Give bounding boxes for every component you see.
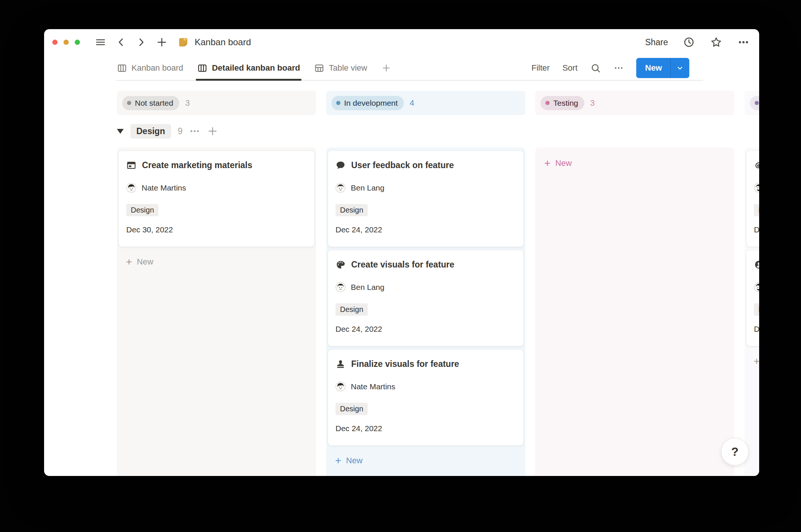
card-title: User feedback on feature [351, 160, 454, 170]
add-card-label: New [346, 456, 362, 466]
view-tabbar: Kanban board Detailed kanban board Table… [44, 55, 759, 81]
ben-lang-avatar [335, 282, 346, 292]
tab-label: Detailed kanban board [212, 63, 300, 73]
plus-icon: + [335, 455, 341, 466]
assignee-name: Nate Martins [351, 382, 395, 391]
board-column-in-development: In development 4 User feedback on featur… [326, 91, 525, 476]
ben-lang-avatar [335, 183, 346, 193]
board-view-icon [197, 63, 207, 73]
share-button[interactable]: Share [645, 37, 668, 47]
kanban-card[interactable]: Finalize visuals for feature Nate Martin… [328, 349, 524, 446]
status-dot [127, 101, 131, 105]
hamburger-menu-icon[interactable] [95, 37, 106, 48]
kanban-card[interactable]: Create visuals for feature Ben Lang Desi… [328, 250, 524, 346]
column-body: User feedback on feature Ben Lang Design… [326, 148, 525, 476]
kanban-page-icon [177, 36, 189, 49]
status-pill: Not started [122, 96, 179, 110]
column-body: + New [535, 148, 734, 476]
card-date: Dec 24, 2022 [335, 424, 516, 433]
stamp-icon [335, 359, 346, 369]
forward-icon[interactable] [136, 37, 146, 47]
new-page-plus-icon[interactable] [156, 37, 167, 48]
new-button-group: New [636, 58, 689, 78]
zoom-window-button[interactable] [75, 40, 80, 45]
tag-design: Design [754, 303, 759, 316]
card-date: Dec 24, 2022 [335, 225, 516, 234]
new-dropdown-button[interactable] [670, 58, 689, 78]
card-title: Create marketing materials [142, 160, 252, 170]
close-window-button[interactable] [52, 40, 58, 45]
new-button[interactable]: New [636, 58, 670, 78]
minimize-window-button[interactable] [64, 40, 69, 45]
kanban-card[interactable]: Design D [746, 151, 759, 247]
history-clock-icon[interactable] [683, 36, 695, 48]
add-card-button[interactable]: + New [746, 356, 759, 366]
page-title: Kanban board [195, 37, 251, 47]
view-controls: Filter Sort New [532, 58, 690, 78]
bearded-man-avatar [754, 183, 759, 193]
board-column-not-started: Not started 3 Create marketing materials [117, 91, 316, 476]
card-date: D [754, 225, 759, 234]
status-label: Not started [135, 99, 173, 108]
bearded-man-avatar [754, 282, 759, 292]
column-header[interactable]: Not started 3 [117, 91, 316, 115]
plus-icon: + [754, 356, 759, 366]
add-card-button[interactable]: + New [118, 257, 315, 267]
help-button[interactable]: ? [721, 438, 749, 466]
kanban-card[interactable]: Create marketing materials Nate Martins … [118, 151, 315, 247]
kanban-card[interactable]: User feedback on feature Ben Lang Design… [328, 151, 524, 247]
board-view-icon [117, 63, 127, 73]
status-pill: In development [331, 96, 404, 110]
tab-label: Table view [329, 63, 367, 73]
status-label: In development [344, 99, 398, 108]
add-card-label: New [137, 257, 153, 267]
column-header[interactable]: In development 4 [326, 91, 525, 115]
swirl-icon [754, 160, 759, 170]
sort-button[interactable]: Sort [562, 63, 577, 73]
tab-kanban-board[interactable]: Kanban board [117, 55, 183, 81]
add-view-button[interactable] [381, 55, 391, 81]
card-date: Dec 30, 2022 [126, 225, 307, 234]
status-pill: Testing [541, 96, 584, 110]
column-count: 4 [410, 98, 414, 108]
person-circle-icon [754, 260, 759, 270]
more-options-icon[interactable] [737, 36, 749, 48]
board-column-testing: Testing 3 + New [535, 91, 734, 476]
nate-martins-avatar [126, 183, 136, 193]
tab-table-view[interactable]: Table view [314, 55, 367, 81]
back-icon[interactable] [116, 37, 126, 47]
tag-design: Design [754, 204, 759, 216]
column-body: Design D [745, 148, 759, 476]
screenshot-stage: Kanban board Share Kan [0, 0, 801, 532]
titlebar-actions: Share [645, 36, 749, 49]
filter-button[interactable]: Filter [532, 63, 550, 73]
assignee-name: Ben Lang [351, 183, 384, 192]
status-dot [755, 101, 759, 105]
kanban-card[interactable]: Design D [746, 250, 759, 346]
status-dot [545, 101, 550, 105]
view-more-options-icon[interactable] [614, 63, 624, 73]
favorite-star-icon[interactable] [710, 36, 723, 49]
column-header[interactable]: Testing 3 [535, 91, 734, 115]
tag-design: Design [126, 204, 158, 216]
status-dot [336, 101, 340, 105]
card-title: Create visuals for feature [351, 260, 454, 270]
table-view-icon [314, 63, 324, 73]
board-column-clipped: Design D [745, 91, 759, 476]
tag-design: Design [335, 303, 368, 316]
nate-martins-avatar [335, 381, 346, 392]
add-card-button[interactable]: + New [537, 158, 733, 168]
notion-window: Kanban board Share Kan [44, 29, 759, 476]
add-card-button[interactable]: + New [328, 455, 524, 466]
column-body: Create marketing materials Nate Martins … [117, 148, 316, 476]
tab-detailed-kanban-board[interactable]: Detailed kanban board [197, 55, 300, 81]
card-date: Dec 24, 2022 [335, 325, 516, 334]
assignee-name: Ben Lang [351, 283, 384, 292]
column-header[interactable] [745, 91, 759, 115]
frame-icon [126, 160, 136, 170]
tab-label: Kanban board [132, 63, 183, 73]
plus-icon: + [126, 257, 132, 267]
traffic-lights [52, 40, 80, 45]
search-icon[interactable] [590, 63, 601, 74]
status-label: Testing [553, 99, 578, 108]
